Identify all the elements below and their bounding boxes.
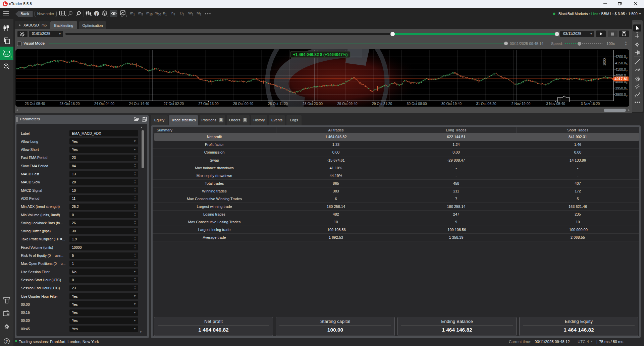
svg-text:28 Oct 23:00: 28 Oct 23:00	[303, 102, 323, 106]
svg-text:New order: New order	[37, 12, 54, 16]
svg-text:1000...: 1000...	[603, 55, 606, 66]
svg-text:4017.81: 4017.81	[614, 77, 628, 81]
svg-text:3900.00: 3900.00	[615, 93, 628, 97]
svg-text:24 Oct 04:00: 24 Oct 04:00	[94, 102, 114, 106]
svg-text:3950.00: 3950.00	[615, 86, 628, 91]
svg-text:23 Oct 05:40: 23 Oct 05:40	[25, 102, 45, 106]
svg-text:4150.00: 4150.00	[615, 61, 628, 66]
svg-text:+1 464 046.82 $ (+1464047%): +1 464 046.82 $ (+1464047%)	[293, 52, 348, 57]
svg-text:28 Oct 00:40: 28 Oct 00:40	[233, 102, 253, 106]
svg-text:28 Oct 11:20: 28 Oct 11:20	[268, 102, 288, 106]
svg-text:3 Nov 16:20: 3 Nov 16:20	[581, 102, 600, 106]
svg-text:27 Oct 13:00: 27 Oct 13:00	[198, 102, 218, 106]
svg-text:27 Oct 02:20: 27 Oct 02:20	[164, 102, 184, 106]
svg-text:Back: Back	[20, 12, 29, 16]
svg-text:4100.00: 4100.00	[615, 67, 628, 72]
svg-text:30 Oct 08:00: 30 Oct 08:00	[407, 102, 427, 106]
svg-text:1: 1	[11, 55, 12, 58]
svg-text:24 Oct 14:40: 24 Oct 14:40	[129, 102, 149, 106]
svg-text:29 Oct 21:20: 29 Oct 21:20	[372, 102, 392, 106]
svg-text:29 Oct 09:40: 29 Oct 09:40	[337, 102, 357, 106]
svg-text:?: ?	[5, 339, 8, 344]
svg-text:4200.00: 4200.00	[615, 55, 628, 59]
svg-text:30 Oct 19:40: 30 Oct 19:40	[441, 102, 462, 106]
svg-text:BlackBull Markets • Live • BBM: BlackBull Markets • Live • BBM1 • $ 3.95…	[558, 12, 638, 16]
svg-text:2 Nov 19:00: 2 Nov 19:00	[512, 102, 531, 106]
svg-text:31 Oct 06:20: 31 Oct 06:20	[476, 102, 496, 106]
svg-text:23 Oct 16:20: 23 Oct 16:20	[59, 102, 79, 106]
